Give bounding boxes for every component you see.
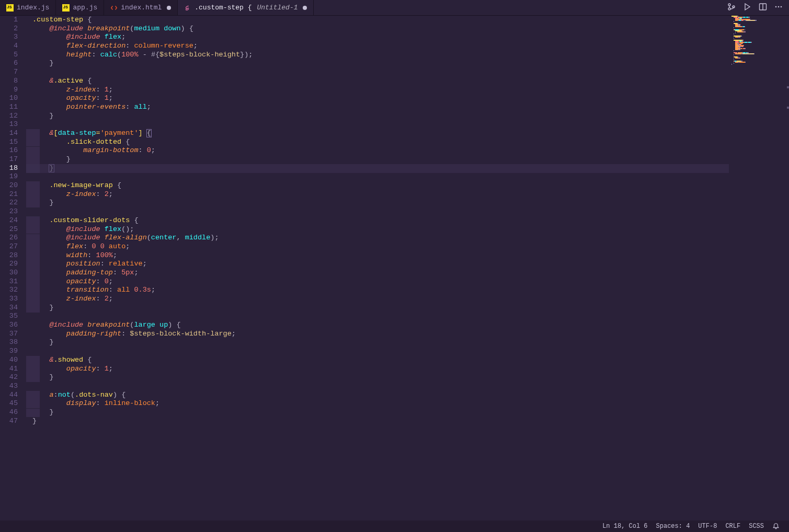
code-line: .custom-slider-dots { [26, 216, 789, 225]
line-number: 22 [0, 199, 18, 207]
code-line: } [26, 373, 789, 382]
code-line [26, 312, 789, 321]
line-number: 14 [0, 129, 18, 138]
tab-sublabel: Untitled-1 [257, 4, 298, 11]
line-number: 1 [0, 16, 18, 25]
more-actions-icon[interactable] [774, 3, 783, 13]
code-line: @include breakpoint(medium down) { [26, 25, 789, 33]
line-number: 8 [0, 77, 18, 86]
line-number: 19 [0, 172, 18, 181]
code-line: &.showed { [26, 356, 789, 365]
code-line: } [26, 59, 789, 68]
code-line: @include flex; [26, 33, 789, 42]
line-number: 47 [0, 417, 18, 426]
line-number: 25 [0, 225, 18, 234]
code-line: height: calc(100% - #{$steps-block-heigh… [26, 51, 789, 60]
line-number: 5 [0, 51, 18, 60]
tab-index-js[interactable]: JSindex.js [0, 0, 56, 15]
scroll-indicator [787, 16, 789, 521]
code-line: opacity: 1; [26, 94, 789, 103]
line-number: 24 [0, 216, 18, 225]
minimap[interactable] [731, 16, 789, 521]
line-number: 20 [0, 181, 18, 190]
line-number: 42 [0, 373, 18, 382]
code-line: @include breakpoint(large up) { [26, 321, 789, 330]
line-number: 32 [0, 286, 18, 295]
code-line: } [26, 304, 789, 313]
svg-point-1 [728, 8, 730, 10]
line-number: 37 [0, 330, 18, 339]
line-number: 44 [0, 391, 18, 400]
tab-index-html[interactable]: index.html [104, 0, 178, 15]
line-number: 31 [0, 277, 18, 286]
line-number: 18 [0, 164, 18, 173]
status-indent[interactable]: Spaces: 4 [652, 523, 694, 530]
code-line: padding-right: $steps-block-width-large; [26, 330, 789, 339]
tab-label: app.js [73, 4, 97, 11]
code-line: display: inline-block; [26, 399, 789, 408]
tab-label: .custom-step { [195, 4, 251, 11]
line-number: 35 [0, 312, 18, 321]
code-line: opacity: 1; [26, 365, 789, 374]
line-number: 33 [0, 295, 18, 304]
split-editor-icon[interactable] [759, 3, 767, 13]
status-eol[interactable]: CRLF [721, 523, 745, 530]
code-line: .new-image-wrap { [26, 181, 789, 190]
svg-point-7 [781, 6, 782, 7]
line-number: 10 [0, 94, 18, 103]
code-line [26, 207, 789, 216]
tab-label: index.html [121, 4, 162, 11]
code-line: z-index: 2; [26, 295, 789, 304]
code-line: } [26, 338, 789, 347]
source-control-icon[interactable] [727, 3, 736, 13]
code-line: transition: all 0.3s; [26, 286, 789, 295]
code-line [26, 68, 789, 77]
status-encoding[interactable]: UTF-8 [694, 523, 721, 530]
editor: 1234567891011121314151617181920212223242… [0, 16, 789, 521]
code-line: .custom-step { [26, 16, 789, 25]
line-number: 46 [0, 408, 18, 417]
code-line: pointer-events: all; [26, 103, 789, 112]
svg-point-6 [778, 6, 780, 7]
tabs: JSindex.jsJSapp.jsindex.html.custom-step… [0, 0, 721, 15]
code-line: margin-bottom: 0; [26, 146, 789, 155]
line-number: 34 [0, 304, 18, 313]
code-line: flex-direction: column-reverse; [26, 42, 789, 51]
line-number-gutter: 1234567891011121314151617181920212223242… [0, 16, 26, 521]
run-icon[interactable] [743, 3, 751, 13]
line-number: 2 [0, 25, 18, 33]
line-number: 11 [0, 103, 18, 112]
code-line: } [26, 155, 789, 164]
code-line: padding-top: 5px; [26, 269, 789, 277]
line-number: 38 [0, 338, 18, 347]
code-line: } [26, 417, 789, 426]
line-number: 29 [0, 260, 18, 269]
line-number: 9 [0, 86, 18, 95]
code-line: flex: 0 0 auto; [26, 242, 789, 251]
line-number: 26 [0, 234, 18, 242]
tab-app-js[interactable]: JSapp.js [56, 0, 104, 15]
line-number: 12 [0, 112, 18, 121]
line-number: 7 [0, 68, 18, 77]
tab--custom-step-[interactable]: .custom-step {Untitled-1 [178, 0, 314, 15]
line-number: 4 [0, 42, 18, 51]
status-language[interactable]: SCSS [745, 523, 768, 530]
line-number: 21 [0, 190, 18, 199]
dirty-indicator-icon [303, 6, 307, 10]
line-number: 15 [0, 138, 18, 147]
code-area[interactable]: .custom-step { @include breakpoint(mediu… [26, 16, 789, 521]
line-number: 43 [0, 382, 18, 391]
tab-label: index.js [17, 4, 49, 11]
code-line: &.active { [26, 77, 789, 86]
status-notifications-icon[interactable] [768, 523, 784, 530]
status-cursor[interactable]: Ln 18, Col 6 [598, 523, 651, 530]
code-line: @include flex-align(center, middle); [26, 234, 789, 242]
code-line: opacity: 0; [26, 277, 789, 286]
line-number: 13 [0, 120, 18, 129]
line-number: 40 [0, 356, 18, 365]
editor-actions [721, 0, 789, 15]
svg-point-0 [728, 4, 730, 6]
code-line: z-index: 2; [26, 190, 789, 199]
code-line: } [26, 112, 789, 121]
line-number: 30 [0, 269, 18, 277]
